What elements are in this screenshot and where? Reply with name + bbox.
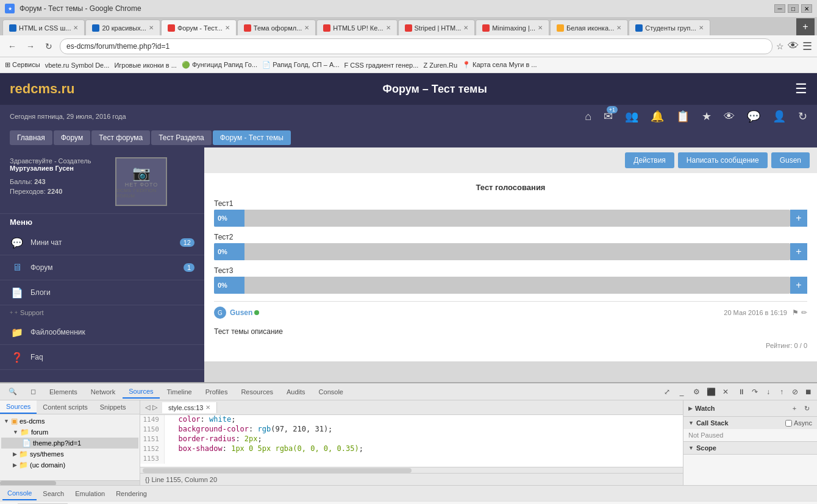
console-tab-emulation[interactable]: Emulation [70,488,110,500]
tab-4[interactable]: Тема оформл... ✕ [237,20,316,35]
tab-close[interactable]: ✕ [538,24,543,31]
bookmark-services[interactable]: ⊞ Сервисы [5,61,40,69]
users-icon[interactable]: 👥 [625,110,638,123]
speech-icon[interactable]: 💬 [747,110,760,123]
file-tab-close[interactable]: ✕ [205,404,210,411]
tree-item-esdcms[interactable]: ▼ ▣ es-dcms [1,416,138,427]
extension-icon[interactable]: 👁 [788,40,799,52]
sidebar-item-support[interactable]: Support [0,305,204,320]
site-menu-icon[interactable]: ☰ [795,81,807,97]
devtools-timeline-tab[interactable]: Timeline [161,386,198,398]
tab-close[interactable]: ✕ [73,24,78,31]
poll-vote-1[interactable]: + [790,210,807,227]
bookmark-zuren[interactable]: Z Zuren.Ru [423,62,457,69]
tree-item-sys-themes[interactable]: ▶ 📁 sys/themes [1,449,138,460]
tab-5[interactable]: HTML5 UP! Ке... ✕ [316,20,397,35]
devtools-console-tab[interactable]: Console [313,386,349,398]
star-icon[interactable]: ★ [702,110,712,123]
tree-item-theme-php[interactable]: 📄 theme.php?id=1 [1,438,138,449]
code-file-tab-style[interactable]: style.css:13 ✕ [162,402,217,413]
bookmark-star[interactable]: ☆ [776,41,784,51]
deactivate-breakpoints[interactable]: ⊘ [789,386,801,398]
tab-close[interactable]: ✕ [225,24,230,31]
sources-tab-content-scripts[interactable]: Content scripts [37,400,93,414]
bookmark-css[interactable]: F CSS градиент генер... [344,62,418,69]
chrome-menu[interactable]: ☰ [802,40,812,53]
forward-button[interactable]: → [23,39,38,54]
tab-6[interactable]: Striped | HTM... ✕ [398,20,476,35]
tab-close[interactable]: ✕ [304,24,309,31]
bookmark-icons[interactable]: Игровые иконки в ... [114,62,176,69]
breadcrumb-test-section[interactable]: Тест Раздела [151,130,212,145]
sources-tab-sources[interactable]: Sources [0,400,37,414]
home-icon[interactable]: ⌂ [585,110,591,123]
user-icon[interactable]: 👤 [772,110,786,123]
maximize-button[interactable]: □ [788,4,799,13]
tab-close[interactable]: ✕ [699,24,704,31]
tab-close[interactable]: ✕ [386,24,391,31]
call-stack-header[interactable]: ▼ Call Stack Async [683,417,817,429]
poll-vote-3[interactable]: + [790,277,807,294]
console-tab-search[interactable]: Search [38,488,69,500]
bookmark-map[interactable]: 📍 Карта села Муги в ... [462,61,537,69]
actions-button[interactable]: Действия [625,152,674,168]
devtools-audits-tab[interactable]: Audits [280,386,312,398]
devtools-expand-icon[interactable]: ⤢ [661,386,673,398]
address-input[interactable] [60,38,772,54]
code-content[interactable]: 1149 color: white; 1150 background-color… [140,415,683,467]
devtools-profiles-tab[interactable]: Profiles [199,386,234,398]
devtools-dock-icon[interactable]: ⬛ [705,386,717,398]
back-button[interactable]: ← [5,39,20,54]
devtools-close-icon[interactable]: ✕ [719,386,732,398]
tab-9[interactable]: Студенты груп... ✕ [629,20,710,35]
watch-refresh-button[interactable]: ↻ [801,403,812,414]
sidebar-item-forum[interactable]: 🖥 Форум 1 [0,255,204,280]
sidebar-item-filemanager[interactable]: 📁 Файлообменник [0,320,204,345]
step-out-button[interactable]: ↑ [776,386,788,398]
tree-item-uc-domain[interactable]: ▶ 📁 (uc domain) [1,460,138,470]
reload-button[interactable]: ↻ [41,39,56,54]
write-message-button[interactable]: Написать сообщение [678,152,768,168]
bookmark-vbete[interactable]: vbete.ru Symbol De... [45,62,110,69]
minimize-button[interactable]: ─ [774,4,785,13]
post-flag-icon[interactable]: ⚑ [792,308,799,317]
devtools-terminal-icon[interactable]: _ [676,386,688,398]
console-tab-console[interactable]: Console [2,487,37,500]
tab-close[interactable]: ✕ [149,24,154,31]
breadcrumb-forum[interactable]: Форум [54,130,90,145]
tab-7[interactable]: Minimaxing |... ✕ [476,20,549,35]
sidebar-item-minichat[interactable]: 💬 Мини чат 12 [0,230,204,255]
devtools-elements-tab[interactable]: Elements [43,386,84,398]
step-over-button[interactable]: ↷ [749,386,761,398]
devtools-mobile-icon[interactable]: ◻ [24,385,42,398]
tab-close[interactable]: ✕ [463,24,468,31]
new-tab-button[interactable]: + [796,18,815,35]
bell-icon[interactable]: 🔔 [651,110,664,123]
devtools-network-tab[interactable]: Network [85,386,121,398]
tab-8[interactable]: Белая иконка... ✕ [550,20,628,35]
mail-icon[interactable]: ✉+1 [604,110,613,123]
user-button[interactable]: Gusen [771,152,810,168]
tab-1[interactable]: HTML и CSS ш... ✕ [2,20,85,35]
window-controls[interactable]: ─ □ ✕ [774,4,812,13]
tree-item-forum[interactable]: ▼ 📁 forum [1,427,138,438]
code-hscrollbar[interactable] [140,467,683,473]
tab-2[interactable]: 20 красивых... ✕ [85,20,160,35]
post-edit-icon[interactable]: ✏ [801,308,807,317]
sidebar-item-blogs[interactable]: 📄 Блоги [0,280,204,305]
pause-on-exceptions[interactable]: ⏹ [802,386,815,398]
async-checkbox[interactable] [785,420,792,427]
tab-close[interactable]: ✕ [616,24,621,31]
refresh-icon[interactable]: ↻ [798,110,807,123]
tab-3-active[interactable]: Форум - Тест... ✕ [161,20,237,35]
sources-tab-snippets[interactable]: Snippets [94,400,132,414]
bookmark-rapid[interactable]: 📄 Рапид Голд, СП – А... [262,61,339,69]
devtools-inspect-icon[interactable]: 🔍 [2,385,23,398]
devtools-resources-tab[interactable]: Resources [235,386,279,398]
watch-header[interactable]: ▶ Watch + ↻ [683,400,817,416]
watch-add-button[interactable]: + [789,403,800,414]
sources-scrollbar[interactable] [0,480,140,485]
devtools-settings-icon[interactable]: ⚙ [690,386,702,398]
devtools-sources-tab[interactable]: Sources [123,385,159,399]
sidebar-item-faq[interactable]: ❓ Faq [0,345,204,370]
